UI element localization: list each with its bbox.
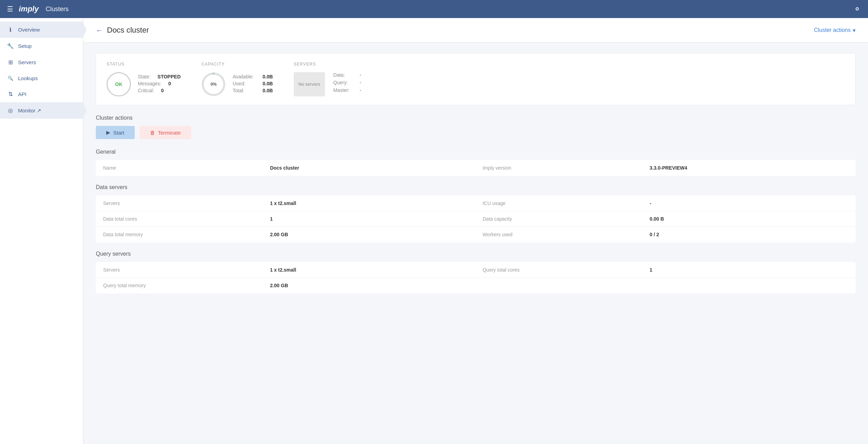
sidebar-item-monitor[interactable]: ◎ Monitor ↗ <box>0 102 83 119</box>
back-button[interactable]: ← <box>96 26 103 34</box>
api-icon: ⇅ <box>7 91 14 97</box>
messages-value: 0 <box>168 81 171 86</box>
header-bar: ← Docs cluster Cluster actions ▾ <box>83 18 868 43</box>
ds-memory-value: 2.00 GB <box>263 227 476 242</box>
sidebar-item-label: Setup <box>18 43 32 49</box>
data-server-label: Data: <box>333 72 354 78</box>
info-icon: ℹ <box>7 26 14 33</box>
version-value: 3.3.0-PREVIEW4 <box>643 160 855 176</box>
data-servers-table: Servers 1 x t2.small ICU usage - Data to… <box>96 195 856 242</box>
sidebar-item-label: Overview <box>18 27 40 33</box>
sidebar-item-label: Lookups <box>18 75 38 81</box>
setup-icon: 🔧 <box>7 43 14 49</box>
server-details: Data: - Query: - Master: - <box>333 72 361 95</box>
qs-memory-value: 2.00 GB <box>263 278 476 293</box>
sidebar-item-lookups[interactable]: 🔍 Lookups <box>0 70 83 86</box>
ds-workers-value: 0 / 2 <box>643 227 855 242</box>
cluster-actions-section: Cluster actions ▶ Start 🗑 Terminate <box>96 115 856 139</box>
query-servers-title: Query servers <box>96 251 856 257</box>
main-content: ← Docs cluster Cluster actions ▾ STATUS … <box>83 18 868 444</box>
query-server-value: - <box>360 80 361 85</box>
general-title: General <box>96 149 856 155</box>
monitor-icon: ◎ <box>7 107 14 114</box>
ds-icu-value: - <box>643 196 855 211</box>
available-label: Available: <box>233 74 257 79</box>
no-servers-box: No servers <box>294 72 325 96</box>
critical-label: Critical: <box>138 88 154 93</box>
total-value: 0.0B <box>262 88 273 93</box>
data-servers-title: Data servers <box>96 184 856 190</box>
master-server-label: Master: <box>333 87 354 93</box>
query-servers-section: Query servers Servers 1 x t2.small Query… <box>96 251 856 293</box>
cluster-actions-title: Cluster actions <box>96 115 856 121</box>
data-servers-section: Data servers Servers 1 x t2.small ICU us… <box>96 184 856 242</box>
content-area: STATUS OK State: STOPPED Messages: <box>83 43 868 312</box>
total-label: Total: <box>233 88 257 93</box>
ds-memory-label: Data total memory <box>96 227 263 242</box>
sidebar-item-label: API <box>18 91 26 97</box>
data-server-value: - <box>360 72 361 78</box>
qs-memory-label: Query total memory <box>96 278 263 293</box>
sidebar-item-label: Servers <box>18 59 36 65</box>
terminate-button[interactable]: 🗑 Terminate <box>140 126 191 139</box>
user-avatar-icon[interactable]: ⚬ <box>853 4 861 15</box>
table-row: Data total cores 1 Data capacity 0.00 B <box>96 211 856 227</box>
state-value: STOPPED <box>158 74 181 79</box>
ds-capacity-label: Data capacity <box>476 211 643 227</box>
qs-servers-label: Servers <box>96 262 263 278</box>
sidebar-item-api[interactable]: ⇅ API <box>0 86 83 102</box>
master-server-value: - <box>360 87 361 93</box>
status-ok-circle: OK <box>107 72 131 96</box>
capacity-details: Available: 0.0B Used: 0.0B Total: 0.0B <box>233 74 273 95</box>
table-row: Name Docs cluster Imply version 3.3.0-PR… <box>96 160 856 176</box>
cluster-actions-button[interactable]: Cluster actions ▾ <box>814 27 856 34</box>
lookups-icon: 🔍 <box>7 76 14 81</box>
capacity-section: CAPACITY 0% Available: 0. <box>201 62 273 96</box>
brand-logo: imply <box>19 5 39 14</box>
table-row: Data total memory 2.00 GB Workers used 0… <box>96 227 856 242</box>
critical-value: 0 <box>161 88 164 93</box>
query-server-label: Query: <box>333 80 354 85</box>
status-row: STATUS OK State: STOPPED Messages: <box>96 53 856 105</box>
cluster-actions-label: Cluster actions <box>814 27 851 33</box>
page-title: Docs cluster <box>107 26 149 35</box>
top-nav: ☰ imply Clusters ⚬ <box>0 0 868 18</box>
hamburger-menu-icon[interactable]: ☰ <box>7 5 13 13</box>
used-label: Used: <box>233 81 257 86</box>
start-label: Start <box>113 130 124 136</box>
capacity-percent: 0% <box>211 82 217 87</box>
ds-workers-label: Workers used <box>476 227 643 242</box>
table-row: Servers 1 x t2.small Query total cores 1 <box>96 262 856 278</box>
sidebar-item-overview[interactable]: ℹ Overview <box>0 22 83 38</box>
capacity-label: CAPACITY <box>201 62 273 67</box>
qs-servers-value: 1 x t2.small <box>263 262 476 278</box>
sidebar-item-servers[interactable]: ⊞ Servers <box>0 54 83 70</box>
ds-servers-label: Servers <box>96 196 263 211</box>
version-label: Imply version <box>476 160 643 176</box>
name-label: Name <box>96 160 263 176</box>
trash-icon: 🗑 <box>150 130 155 136</box>
sidebar: ℹ Overview 🔧 Setup ⊞ Servers 🔍 Lookups ⇅… <box>0 18 83 444</box>
qs-cores-value: 1 <box>643 262 855 278</box>
ds-cores-label: Data total cores <box>96 211 263 227</box>
table-row: Query total memory 2.00 GB <box>96 278 856 293</box>
servers-status-section: SERVERS No servers Data: - Query: <box>294 62 363 96</box>
servers-icon: ⊞ <box>7 59 14 66</box>
query-servers-table: Servers 1 x t2.small Query total cores 1… <box>96 262 856 293</box>
ds-cores-value: 1 <box>263 211 476 227</box>
start-button[interactable]: ▶ Start <box>96 126 135 139</box>
nav-title: Clusters <box>45 6 68 13</box>
table-row: Servers 1 x t2.small ICU usage - <box>96 196 856 211</box>
qs-cores-label: Query total cores <box>476 262 643 278</box>
general-section: General Name Docs cluster Imply version … <box>96 149 856 176</box>
status-section: STATUS OK State: STOPPED Messages: <box>107 62 181 96</box>
sidebar-item-setup[interactable]: 🔧 Setup <box>0 38 83 54</box>
used-value: 0.0B <box>262 81 273 86</box>
name-value: Docs cluster <box>263 160 476 176</box>
messages-label: Messages: <box>138 81 161 86</box>
play-icon: ▶ <box>106 129 110 136</box>
general-table: Name Docs cluster Imply version 3.3.0-PR… <box>96 160 856 176</box>
ds-capacity-value: 0.00 B <box>643 211 855 227</box>
ds-icu-label: ICU usage <box>476 196 643 211</box>
terminate-label: Terminate <box>158 130 181 136</box>
